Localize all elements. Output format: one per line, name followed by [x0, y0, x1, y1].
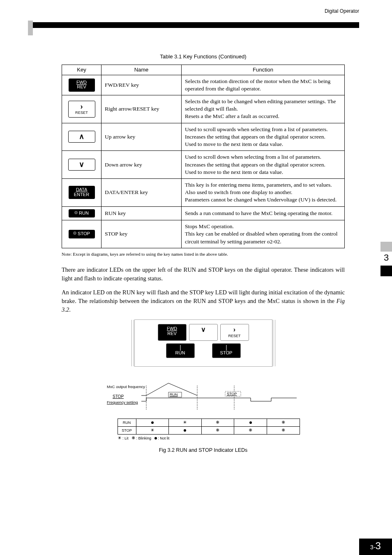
led-row-stop-label: STOP — [118, 426, 136, 434]
svg-text:Frequency setting: Frequency setting — [107, 400, 138, 405]
page-footer: 3-3 — [359, 539, 392, 555]
table-row: ∧Up arrow keyUsed to scroll upwards when… — [62, 123, 345, 151]
key-icon: DATAENTER — [69, 186, 95, 199]
led-state-table: RUN ☀✺✺ STOP ☀✺✺✺ — [118, 419, 300, 435]
key-icon: ∨ — [68, 159, 95, 171]
chapter-number: 3 — [380, 252, 392, 266]
led-legend: ☀ : Lit ✺ : Blinking : Not lit — [118, 435, 300, 441]
keypad-figure: FWDREV∨›RESET RUNSTOP — [134, 319, 272, 367]
svg-text:RUN: RUN — [170, 393, 178, 397]
function-cell: Sends a run command to have the MxC bein… — [182, 206, 345, 220]
table-row: STOPSTOP keyStops MxC operation.This key… — [62, 220, 345, 248]
name-cell: Down arrow key — [101, 151, 182, 179]
key-icon: ∧ — [68, 131, 95, 143]
function-cell: Selects the rotation direction of the mo… — [182, 75, 345, 95]
key-icon: STOP — [69, 230, 95, 238]
headband-tag — [28, 21, 33, 35]
running-head: Digital Operator — [325, 8, 359, 14]
timing-figure: MxC output frequency STOP Frequency sett… — [107, 380, 300, 441]
keypad-key: ›RESET — [220, 324, 249, 341]
page-content: Table 3.1 Key Functions (Continued) Key … — [62, 53, 345, 453]
key-cell: RUN — [62, 206, 101, 220]
function-cell: Selects the digit to be changed when edi… — [182, 95, 345, 123]
key-cell: STOP — [62, 220, 101, 248]
table-row: ›RESETRight arrow/RESET keySelects the d… — [62, 95, 345, 123]
key-cell: ∨ — [62, 151, 101, 179]
paragraph-1: There are indicator LEDs on the upper le… — [62, 266, 345, 283]
keypad-key: STOP — [212, 343, 241, 358]
timing-svg: MxC output frequency STOP Frequency sett… — [107, 380, 300, 417]
paragraph-2: An indicator LED on the RUN key will fla… — [62, 288, 345, 314]
key-icon: FWDREV — [69, 79, 95, 92]
key-cell: DATAENTER — [62, 178, 101, 206]
name-cell: STOP key — [101, 220, 182, 248]
col-key: Key — [62, 65, 101, 75]
footer-page: 3 — [376, 540, 381, 552]
body-text: There are indicator LEDs on the upper le… — [62, 266, 345, 314]
name-cell: Up arrow key — [101, 123, 182, 151]
led-row-run-label: RUN — [118, 419, 136, 426]
col-function: Function — [182, 65, 345, 75]
function-cell: Stops MxC operation.This key can be enab… — [182, 220, 345, 248]
table-row: FWDREVFWD/REV keySelects the rotation di… — [62, 75, 345, 95]
figure-caption: Fig 3.2 RUN and STOP Indicator LEDs — [62, 447, 345, 453]
headband-bar — [33, 22, 359, 28]
function-cell: Used to scroll down when selecting from … — [182, 151, 345, 179]
table-row: DATAENTERDATA/ENTER keyThis key is for e… — [62, 178, 345, 206]
keypad-key: ∨ — [189, 324, 218, 341]
key-cell: FWDREV — [62, 75, 101, 95]
table-caption: Table 3.1 Key Functions (Continued) — [62, 53, 345, 60]
side-tab: 3 — [380, 242, 392, 276]
key-cell: ∧ — [62, 123, 101, 151]
name-cell: Right arrow/RESET key — [101, 95, 182, 123]
table-note: Note: Except in diagrams, keys are refer… — [62, 252, 345, 257]
function-cell: Used to scroll upwards when selecting fr… — [182, 123, 345, 151]
col-name: Name — [101, 65, 182, 75]
keypad-key: FWDREV — [158, 324, 187, 341]
table-row: ∨Down arrow keyUsed to scroll down when … — [62, 151, 345, 179]
key-functions-table: Key Name Function FWDREVFWD/REV keySelec… — [62, 65, 345, 248]
name-cell: FWD/REV key — [101, 75, 182, 95]
table-row: RUNRUN keySends a run command to have th… — [62, 206, 345, 220]
name-cell: DATA/ENTER key — [101, 178, 182, 206]
function-cell: This key is for entering menu items, par… — [182, 178, 345, 206]
keypad-key: RUN — [166, 343, 195, 358]
key-cell: ›RESET — [62, 95, 101, 123]
key-icon: RUN — [69, 209, 95, 218]
output-freq-label: MxC output frequency — [107, 384, 145, 389]
svg-text:STOP: STOP — [113, 394, 124, 399]
footer-prefix: 3- — [370, 544, 375, 550]
name-cell: RUN key — [101, 206, 182, 220]
svg-text:STOP: STOP — [227, 392, 237, 396]
key-icon: ›RESET — [68, 101, 95, 118]
